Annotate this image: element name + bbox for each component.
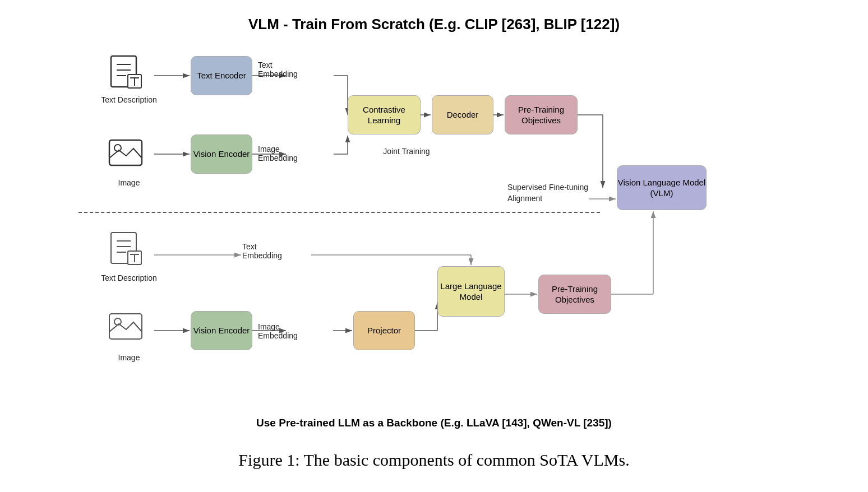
- contrastive-box: Contrastive Learning: [348, 95, 421, 134]
- vlm-label: Vision Language Model (VLM): [617, 177, 706, 199]
- projector-box: Projector: [353, 311, 415, 350]
- text-embedding-top-label: Text Embedding: [258, 61, 314, 78]
- diagram-container: VLM - Train From Scratch (E.g. CLIP [263…: [0, 0, 868, 492]
- projector-label: Projector: [367, 325, 401, 336]
- text-icon-bot: [107, 230, 146, 269]
- supervised-label: Supervised Fine-tuning Alignment: [507, 182, 589, 204]
- vlm-box: Vision Language Model (VLM): [617, 165, 707, 210]
- text-encoder-box: Text Encoder: [191, 56, 252, 95]
- svg-point-44: [114, 318, 121, 325]
- vision-encoder-bot-box: Vision Encoder: [191, 311, 252, 350]
- dashed-separator: [79, 212, 600, 213]
- figure-caption: Figure 1: The basic components of common…: [238, 451, 629, 470]
- decoder-box: Decoder: [432, 95, 493, 134]
- pretraining-bot-box: Pre-Training Objectives: [538, 275, 611, 314]
- image-embedding-top-label: Image Embedding: [258, 145, 314, 163]
- llm-box: Large Language Model: [437, 266, 505, 317]
- main-title: VLM - Train From Scratch (E.g. CLIP [263…: [248, 16, 620, 33]
- pretraining-top-box: Pre-Training Objectives: [505, 95, 578, 134]
- text-embedding-bot-label: Text Embedding: [242, 242, 298, 260]
- bottom-subtitle: Use Pre-trained LLM as a Backbone (E.g. …: [256, 417, 612, 429]
- text-encoder-label: Text Encoder: [197, 70, 246, 81]
- pretraining-bot-label: Pre-Training Objectives: [539, 284, 611, 305]
- svg-point-35: [114, 145, 121, 151]
- vision-encoder-top-box: Vision Encoder: [191, 134, 252, 174]
- pretraining-top-label: Pre-Training Objectives: [505, 104, 577, 126]
- image-embedding-bot-label: Image Embedding: [258, 322, 317, 340]
- image-icon-top: [107, 134, 146, 174]
- decoder-label: Decoder: [447, 109, 479, 120]
- text-icon-top: [107, 53, 146, 92]
- image-bot-label: Image: [109, 353, 149, 362]
- llm-label: Large Language Model: [438, 281, 504, 303]
- vision-encoder-bot-label: Vision Encoder: [193, 325, 250, 336]
- text-description-top-label: Text Description: [93, 95, 165, 104]
- image-top-label: Image: [109, 178, 149, 187]
- contrastive-label: Contrastive Learning: [348, 104, 420, 126]
- text-description-bot-label: Text Description: [93, 273, 165, 282]
- vision-encoder-top-label: Vision Encoder: [193, 148, 250, 160]
- joint-training-label: Joint Training: [370, 147, 443, 156]
- image-icon-bot: [107, 308, 146, 347]
